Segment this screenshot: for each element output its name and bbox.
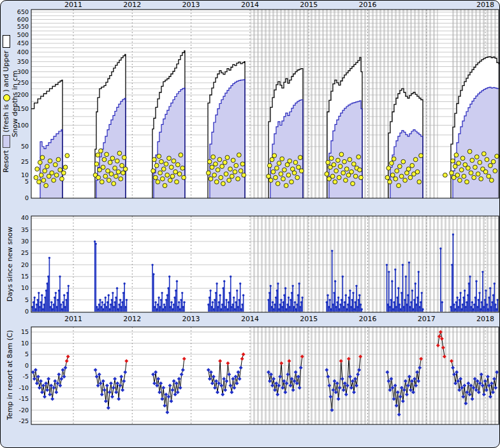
svg-text:2018: 2018 bbox=[476, 315, 494, 323]
svg-text:-20: -20 bbox=[18, 407, 29, 414]
svg-text:5: 5 bbox=[25, 178, 29, 185]
days-since-snow-panel bbox=[31, 216, 499, 312]
snow-axis-label: Resort (fresh is ) and Upper Snow depths… bbox=[2, 10, 20, 198]
upper-depth-swatch bbox=[3, 35, 10, 48]
svg-text:25: 25 bbox=[21, 158, 29, 165]
svg-text:0: 0 bbox=[25, 308, 29, 315]
chart-canvas: 2011201220132014201520162018201120122013… bbox=[1, 1, 500, 448]
temp-axis-label: Temp in resort at 8am (C) bbox=[6, 326, 14, 424]
svg-text:2012: 2012 bbox=[123, 1, 141, 9]
svg-text:30: 30 bbox=[21, 238, 29, 245]
svg-text:20: 20 bbox=[21, 261, 29, 268]
svg-text:2012: 2012 bbox=[123, 315, 141, 323]
svg-text:2013: 2013 bbox=[182, 1, 200, 9]
svg-text:2011: 2011 bbox=[64, 315, 82, 323]
svg-text:2015: 2015 bbox=[300, 1, 318, 9]
svg-text:0: 0 bbox=[25, 194, 29, 201]
svg-text:2015: 2015 bbox=[300, 315, 318, 323]
snow-depth-panel bbox=[31, 10, 499, 198]
svg-text:25: 25 bbox=[21, 249, 29, 256]
days-axis-label: Days since new snow bbox=[6, 216, 14, 312]
svg-text:10: 10 bbox=[21, 340, 29, 347]
svg-text:-25: -25 bbox=[18, 417, 29, 424]
temp-panel bbox=[31, 327, 499, 424]
svg-text:10: 10 bbox=[21, 284, 29, 291]
svg-text:2017: 2017 bbox=[418, 315, 436, 323]
svg-text:0: 0 bbox=[25, 362, 29, 369]
snow-axis-upper-text: ) and Upper bbox=[2, 50, 11, 92]
svg-text:-15: -15 bbox=[18, 395, 29, 402]
fresh-snow-dot-icon bbox=[3, 94, 10, 101]
svg-text:2016: 2016 bbox=[359, 1, 377, 9]
svg-text:2018: 2018 bbox=[476, 1, 494, 9]
svg-text:2014: 2014 bbox=[241, 315, 259, 323]
svg-text:40: 40 bbox=[21, 214, 29, 221]
snow-axis-resort-text: Resort bbox=[2, 150, 11, 173]
resort-depth-swatch bbox=[3, 135, 10, 148]
svg-text:5: 5 bbox=[25, 296, 29, 303]
svg-text:10: 10 bbox=[21, 171, 29, 178]
svg-text:15: 15 bbox=[21, 273, 29, 280]
snow-axis-legend-line: Resort (fresh is ) and Upper bbox=[2, 35, 11, 173]
svg-text:15: 15 bbox=[21, 328, 29, 335]
svg-text:35: 35 bbox=[21, 226, 29, 233]
svg-text:2013: 2013 bbox=[182, 315, 200, 323]
svg-text:5: 5 bbox=[25, 350, 29, 358]
snow-axis-units-text: Snow depths in cm bbox=[11, 71, 20, 138]
svg-text:2011: 2011 bbox=[64, 1, 82, 9]
snow-axis-fresh-text: (fresh is bbox=[2, 104, 11, 132]
svg-text:2014: 2014 bbox=[241, 1, 259, 9]
svg-text:-10: -10 bbox=[18, 384, 29, 391]
svg-text:-5: -5 bbox=[23, 373, 29, 380]
svg-text:2016: 2016 bbox=[359, 315, 377, 323]
snow-history-chart: 2011201220132014201520162018201120122013… bbox=[0, 0, 500, 448]
svg-text:50: 50 bbox=[21, 143, 29, 150]
